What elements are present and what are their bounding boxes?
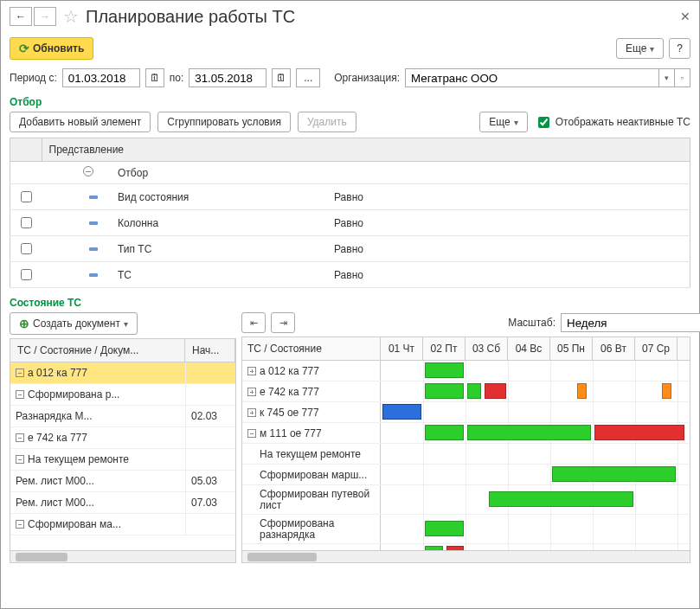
gantt-bar[interactable] (446, 546, 465, 550)
tree-col-doc[interactable]: ТС / Состояние / Докум... (10, 339, 185, 362)
tree-scrollbar-h[interactable] (10, 550, 235, 562)
delete-button[interactable]: Удалить (298, 112, 356, 132)
nav-forward[interactable]: → (34, 7, 56, 26)
period-from-input[interactable] (62, 68, 140, 87)
gantt-chart: ТС / Состояние 01 Чт02 Пт03 Сб04 Вс05 Пн… (241, 337, 690, 563)
tree-row[interactable]: Рем. лист М00...07.03 (10, 492, 235, 514)
filter-row-checkbox[interactable] (21, 243, 32, 254)
filter-row-checkbox[interactable] (21, 217, 32, 228)
calendar-icon: 🗓 (150, 72, 160, 84)
gantt-bar[interactable] (552, 466, 676, 482)
gantt-col-name[interactable]: ТС / Состояние (242, 337, 381, 360)
dash-icon (89, 196, 98, 199)
gantt-row[interactable]: Сформирован марш... (242, 465, 690, 485)
expand-icon[interactable] (247, 429, 256, 438)
close-icon[interactable]: ✕ (680, 10, 690, 23)
gantt-bar[interactable] (425, 521, 464, 536)
nav-back[interactable]: ← (10, 7, 32, 26)
gantt-row[interactable]: Сформирована разнарядка (242, 515, 690, 544)
gantt-bar[interactable] (425, 362, 464, 378)
filter-row[interactable]: Тип ТС Равно (10, 236, 690, 262)
collapse-icon[interactable] (83, 166, 93, 176)
filter-row[interactable]: Вид состояния Равно (10, 184, 690, 210)
help-button[interactable]: ? (669, 38, 690, 59)
gantt-row-label: к 745 ое 777 (260, 407, 319, 419)
tree-row-start (185, 449, 235, 470)
tree-row[interactable]: е 742 ка 777 (10, 427, 235, 449)
expand-icon[interactable] (16, 455, 24, 464)
gantt-bar[interactable] (662, 383, 671, 399)
dash-icon (89, 273, 98, 277)
gantt-row[interactable]: а 012 ка 777 (242, 361, 690, 381)
gantt-day-header: 07 Ср (635, 337, 678, 360)
expand-icon[interactable] (247, 388, 256, 396)
tree-row[interactable]: Рем. лист М00...05.03 (10, 471, 235, 492)
plus-icon: ⊕ (19, 317, 29, 330)
tree-row[interactable]: Сформирована р... (10, 384, 235, 406)
gantt-bar[interactable] (577, 383, 587, 399)
tree-row-label: Сформирована р... (28, 388, 119, 401)
gantt-row[interactable]: Сформирован путевой лист (242, 485, 690, 515)
filter-group-name[interactable]: Отбор (111, 162, 327, 184)
period-select-button[interactable]: ... (296, 68, 320, 87)
filter-row-checkbox[interactable] (21, 269, 32, 280)
tree-col-start[interactable]: Нач... (185, 339, 235, 362)
period-to-input[interactable] (189, 68, 267, 87)
filter-row-checkbox[interactable] (21, 191, 32, 202)
expand-all-button[interactable]: ⇥ (271, 312, 295, 333)
expand-icon[interactable] (16, 369, 24, 377)
update-button[interactable]: ⟳ Обновить (10, 37, 93, 60)
filter-col-representation[interactable]: Представление (42, 138, 690, 162)
tree-row-label: На текущем ремонте (28, 453, 129, 465)
expand-icon[interactable] (247, 550, 256, 551)
tree-row[interactable]: Сформирован ма... (10, 514, 235, 535)
gantt-row-label: Сформирован путевой лист (260, 489, 375, 511)
gantt-row[interactable]: к 745 ое 777 (242, 402, 690, 423)
org-input[interactable] (405, 68, 659, 87)
gantt-bar[interactable] (425, 425, 464, 440)
gantt-row[interactable]: е 742 ка 777 (242, 381, 690, 402)
expand-icon[interactable] (247, 408, 256, 417)
gantt-bar[interactable] (425, 383, 464, 399)
favorite-icon[interactable]: ☆ (63, 6, 79, 27)
org-open-button[interactable]: ▫ (675, 68, 690, 87)
tree-row-label: Разнарядка М... (16, 410, 93, 422)
gantt-bar[interactable] (467, 425, 591, 440)
expand-icon[interactable] (16, 390, 24, 399)
expand-icon[interactable] (16, 520, 24, 529)
period-to-calendar[interactable]: 🗓 (272, 68, 291, 87)
filter-more-button[interactable]: Еще (479, 112, 527, 132)
collapse-all-button[interactable]: ⇤ (241, 312, 266, 333)
scale-input[interactable] (561, 313, 700, 332)
expand-icon[interactable] (247, 367, 256, 375)
show-inactive-input[interactable] (538, 117, 549, 128)
org-dropdown-button[interactable]: ▾ (659, 68, 675, 87)
period-from-calendar[interactable]: 🗓 (145, 68, 164, 87)
gantt-day-header: 03 Сб (466, 337, 508, 360)
add-element-button[interactable]: Добавить новый элемент (10, 112, 151, 132)
tree-row[interactable]: На текущем ремонте (10, 449, 235, 471)
gantt-bar[interactable] (594, 425, 684, 440)
filter-row[interactable]: Колонна Равно (10, 210, 690, 236)
gantt-bar[interactable] (425, 546, 443, 550)
gantt-bar[interactable] (489, 491, 634, 507)
gantt-row[interactable]: у 548 ко 777 (242, 544, 690, 550)
group-conditions-button[interactable]: Сгруппировать условия (157, 112, 291, 132)
gantt-bar[interactable] (382, 404, 421, 420)
expand-icon[interactable] (16, 433, 24, 442)
tree-row[interactable]: Разнарядка М...02.03 (10, 406, 235, 427)
dash-icon (89, 221, 98, 225)
filter-table: Представление Отбор Вид состояния Равно … (10, 138, 690, 288)
gantt-bar[interactable] (467, 383, 481, 399)
more-button[interactable]: Еще (616, 38, 664, 59)
gantt-row[interactable]: м 111 ое 777 (242, 423, 690, 444)
gantt-row[interactable]: На текущем ремонте (242, 444, 690, 465)
gantt-row-label: е 742 ка 777 (260, 386, 319, 398)
gantt-bar[interactable] (485, 383, 506, 399)
dropdown-icon: ▾ (124, 319, 128, 329)
filter-row[interactable]: ТС Равно (10, 262, 690, 288)
show-inactive-checkbox[interactable]: Отображать неактивные ТС (535, 114, 690, 131)
tree-row[interactable]: а 012 ка 777 (10, 362, 235, 384)
create-document-button[interactable]: ⊕ Создать документ ▾ (10, 312, 138, 335)
gantt-scrollbar-h[interactable] (242, 550, 690, 562)
